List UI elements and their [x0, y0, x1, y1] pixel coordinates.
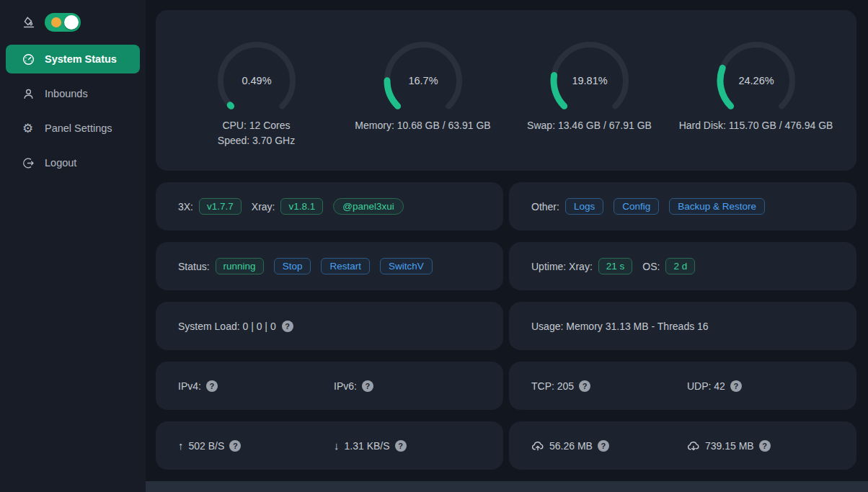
cpu-label-line1: CPU: 12 Cores — [222, 118, 290, 133]
arrow-down-icon: ↓ — [334, 439, 340, 452]
xray-version-label: Xray: — [252, 201, 275, 213]
question-icon[interactable]: ? — [229, 440, 241, 452]
disk-label: Hard Disk: 115.70 GB / 476.94 GB — [679, 118, 833, 133]
usage-text: Usage: Memory 31.13 MB - Threads 16 — [531, 321, 709, 332]
sidebar-item-inbounds[interactable]: Inbounds — [6, 79, 140, 108]
xray-status-card: Status: running Stop Restart SwitchV — [156, 242, 503, 290]
panel-version-badge: v1.7.7 — [199, 198, 242, 215]
version-card: 3X: v1.7.7 Xray: v1.8.1 @panel3xui — [156, 182, 503, 231]
system-status-page: 0.49% CPU: 12 Cores Speed: 3.70 GHz 16.7… — [146, 0, 868, 481]
disk-percent: 24.26% — [738, 75, 774, 86]
memory-gauge: 16.7% Memory: 10.68 GB / 63.91 GB — [340, 37, 506, 171]
sidebar-item-label: Panel Settings — [45, 122, 112, 134]
system-load-text: System Load: 0 | 0 | 0 — [178, 321, 276, 332]
cpu-percent: 0.49% — [242, 75, 271, 86]
network-speed-card: ↑ 502 B/S ? ↓ 1.31 KB/S ? — [156, 421, 503, 470]
question-icon[interactable]: ? — [362, 380, 373, 392]
gear-icon: ⚙ — [22, 122, 35, 135]
other-label: Other: — [531, 201, 559, 213]
memory-label: Memory: 10.68 GB / 63.91 GB — [355, 118, 490, 133]
status-label: Status: — [178, 261, 210, 272]
question-icon[interactable]: ? — [282, 321, 293, 332]
logout-icon — [22, 157, 35, 169]
cloud-upload-icon — [531, 440, 544, 452]
dashboard-icon — [22, 53, 35, 66]
sidebar-item-system-status[interactable]: System Status — [6, 45, 140, 73]
app-window: System Status Inbounds ⚙ Panel Settings — [0, 0, 868, 492]
uptime-xray-badge: 21 s — [598, 258, 633, 274]
ip-card: IPv4: ? IPv6: ? — [156, 362, 503, 410]
dark-mode-toggle[interactable] — [45, 13, 81, 32]
sidebar-item-label: Inbounds — [45, 88, 88, 99]
upload-speed-text: 502 B/S — [189, 440, 225, 452]
restart-button[interactable]: Restart — [321, 258, 370, 274]
uptime-xray-label: Uptime: Xray: — [531, 261, 593, 272]
sidebar-item-label: Logout — [45, 157, 76, 169]
question-icon[interactable]: ? — [579, 380, 590, 392]
system-load-card: System Load: 0 | 0 | 0 ? — [156, 302, 503, 350]
swap-gauge: 19.81% Swap: 13.46 GB / 67.91 GB — [506, 37, 673, 171]
swap-label: Swap: 13.46 GB / 67.91 GB — [527, 118, 652, 133]
theme-colors-icon — [22, 16, 35, 29]
config-button[interactable]: Config — [614, 198, 659, 215]
sidebar-menu: System Status Inbounds ⚙ Panel Settings — [0, 45, 146, 177]
question-icon[interactable]: ? — [206, 380, 218, 392]
uptime-os-badge: 2 d — [665, 258, 695, 274]
disk-gauge: 24.26% Hard Disk: 115.70 GB / 476.94 GB — [673, 37, 839, 171]
uptime-card: Uptime: Xray: 21 s OS: 2 d — [509, 242, 856, 290]
ipv6-label: IPv6: — [334, 380, 357, 392]
download-speed-text: 1.31 KB/S — [345, 440, 390, 452]
backup-restore-button[interactable]: Backup & Restore — [669, 198, 765, 215]
question-icon[interactable]: ? — [759, 440, 771, 452]
connections-card: TCP: 205 ? UDP: 42 ? — [509, 362, 856, 410]
sidebar-item-logout[interactable]: Logout — [6, 148, 140, 177]
swap-percent: 19.81% — [572, 75, 607, 86]
tcp-count-text: TCP: 205 — [531, 380, 574, 392]
cpu-label-line2: Speed: 3.70 GHz — [218, 133, 295, 148]
toggle-sun-dot — [51, 17, 61, 27]
total-download-text: 739.15 MB — [705, 440, 754, 452]
sidebar-item-label: System Status — [45, 53, 117, 65]
question-icon[interactable]: ? — [730, 380, 742, 392]
status-running-badge: running — [216, 258, 264, 274]
ipv4-label: IPv4: — [178, 380, 201, 392]
total-upload-text: 56.26 MB — [549, 440, 593, 452]
sidebar-theme-area — [0, 10, 146, 35]
sidebar-item-panel-settings[interactable]: ⚙ Panel Settings — [6, 114, 140, 143]
resource-gauges-card: 0.49% CPU: 12 Cores Speed: 3.70 GHz 16.7… — [156, 10, 856, 171]
usage-card: Usage: Memory 31.13 MB - Threads 16 — [509, 302, 856, 350]
telegram-channel-badge[interactable]: @panel3xui — [333, 198, 404, 215]
other-actions-card: Other: Logs Config Backup & Restore — [509, 182, 856, 231]
cpu-gauge: 0.49% CPU: 12 Cores Speed: 3.70 GHz — [173, 37, 340, 171]
uptime-os-label: OS: — [642, 261, 660, 272]
question-icon[interactable]: ? — [395, 440, 407, 452]
memory-percent: 16.7% — [408, 75, 438, 86]
user-icon — [22, 88, 35, 100]
arrow-up-icon: ↑ — [178, 439, 184, 452]
sidebar: System Status Inbounds ⚙ Panel Settings — [0, 0, 146, 492]
question-icon[interactable]: ? — [598, 440, 609, 452]
switch-version-button[interactable]: SwitchV — [380, 258, 433, 274]
xray-version-badge: v1.8.1 — [280, 198, 323, 215]
logs-button[interactable]: Logs — [565, 198, 603, 215]
stop-button[interactable]: Stop — [274, 258, 311, 274]
panel-version-label: 3X: — [178, 201, 193, 213]
cloud-download-icon — [687, 440, 700, 452]
udp-count-text: UDP: 42 — [687, 380, 725, 392]
toggle-knob — [64, 15, 79, 30]
traffic-total-card: 56.26 MB ? 739.15 MB ? — [509, 421, 856, 470]
